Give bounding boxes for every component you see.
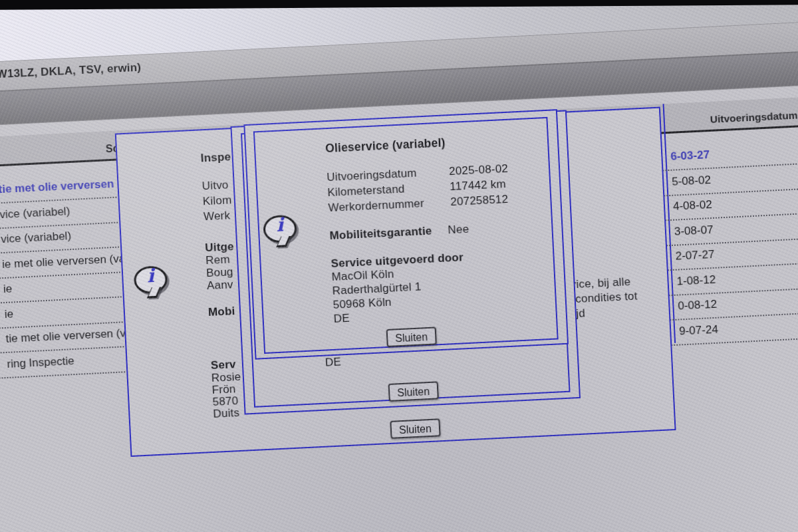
service-link[interactable]: tie met olie verversen (v <box>0 177 128 196</box>
sluiten-button-back[interactable]: Sluiten <box>390 418 440 439</box>
info-icon[interactable]: i <box>263 214 299 249</box>
guarantee-label: Mobiliteitsgarantie <box>329 225 432 243</box>
address-line: DE <box>333 312 350 326</box>
field-value: 207258512 <box>450 193 509 209</box>
address-fragment: Duits <box>213 406 240 421</box>
dialog-olieservice: Olieservice (variabel) Uitvoeringsdatum … <box>243 109 569 360</box>
country-fragment: DE <box>325 355 341 369</box>
section-header-fragment: Uitge <box>205 240 234 255</box>
field-label-fragment: Werk <box>203 209 231 223</box>
field-label-fragment: Uitvo <box>201 178 229 193</box>
field-value: 117442 km <box>450 178 507 194</box>
date-cell: 2-07-27 <box>675 248 715 263</box>
sluiten-button-middle[interactable]: Sluiten <box>388 381 439 402</box>
service-cell[interactable]: ie <box>4 307 13 321</box>
field-label: Kilometerstand <box>327 182 405 200</box>
date-cell: 5-08-02 <box>672 173 712 188</box>
dialog-title: Olieservice (variabel) <box>325 136 446 156</box>
field-label: Werkordernummer <box>328 197 424 215</box>
service-cell[interactable]: vice (variabel) <box>1 229 72 246</box>
date-cell: 9-07-24 <box>679 323 719 338</box>
field-label-fragment: Kilom <box>202 194 231 208</box>
service-cell[interactable]: ring Inspectie <box>7 354 74 371</box>
service-cell[interactable]: vice (variabel) <box>0 205 70 221</box>
date-cell: 4-08-02 <box>673 198 713 213</box>
performed-by-label: Service uitgevoerd door <box>331 251 464 271</box>
date-cell: 3-08-07 <box>674 223 714 238</box>
column-header-uitvoeringsdatum: Uitvoeringsdatum <box>710 109 797 125</box>
monitor-photo: AW13LZ, DKLA, TSV, erwin) Sc Uitvoerings… <box>0 0 798 532</box>
tooltip-text-fragment: vice, bij alle <box>570 275 631 291</box>
sluiten-button-front[interactable]: Sluiten <box>386 327 437 347</box>
date-cell: 1-08-12 <box>676 273 716 288</box>
tooltip-text-fragment: e condities tot <box>565 290 638 307</box>
service-cell[interactable]: tie met olie verversen (var <box>5 326 136 346</box>
service-cell[interactable]: ie met olie verversen (var <box>2 251 130 271</box>
address-line: 50968 Köln <box>332 296 392 312</box>
screen: AW13LZ, DKLA, TSV, erwin) Sc Uitvoerings… <box>0 0 798 532</box>
info-icon[interactable]: i <box>134 265 170 300</box>
date-cell: 6-03-27 <box>670 148 710 164</box>
dialog-title-fragment: Inspe <box>200 150 231 165</box>
service-cell[interactable]: ie <box>3 282 13 296</box>
field-label: Uitvoeringsdatum <box>327 167 417 185</box>
guarantee-label-fragment: Mobi <box>208 305 235 319</box>
date-cell: 0-08-12 <box>678 298 718 313</box>
field-value: 2025-08-02 <box>449 162 509 178</box>
work-item-fragment: Aanv <box>207 278 233 293</box>
guarantee-value: Nee <box>448 223 469 237</box>
